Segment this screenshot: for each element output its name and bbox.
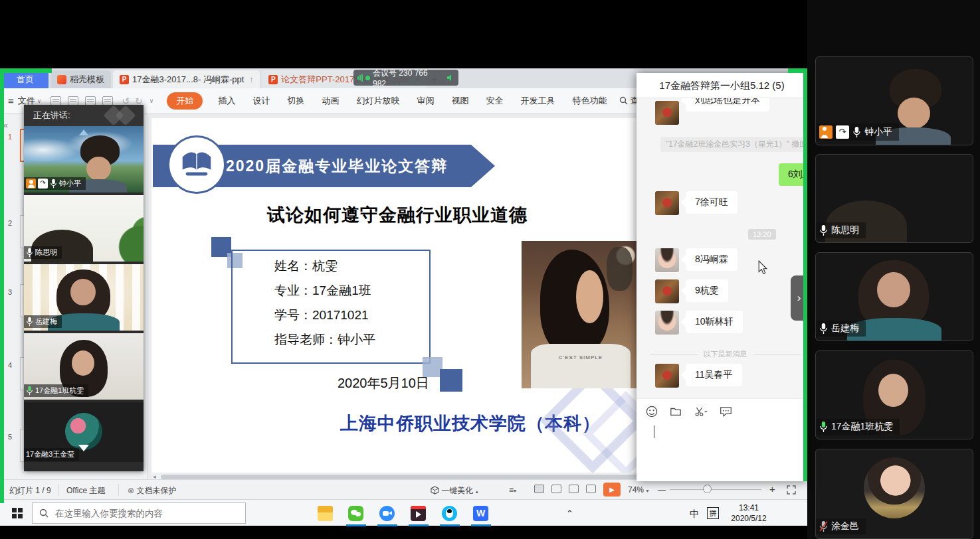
taskbar-search[interactable]: [32, 502, 246, 524]
ribbon-tab-view[interactable]: 视图: [442, 95, 477, 107]
person-art: [86, 157, 112, 181]
zoom-slider-track[interactable]: [670, 489, 761, 490]
video-tile-yuejianmei[interactable]: 岳建梅: [24, 264, 144, 331]
tab-templates[interactable]: 稻壳模板: [50, 70, 111, 88]
ribbon-tab-features[interactable]: 特色功能: [563, 95, 615, 107]
search-input[interactable]: [54, 508, 245, 519]
tray-expand-icon[interactable]: ⌃: [566, 508, 573, 518]
avatar[interactable]: [655, 279, 679, 303]
ribbon-tab-transition[interactable]: 切换: [278, 95, 313, 107]
ribbon-tab-slideshow[interactable]: 幻灯片放映: [347, 95, 408, 107]
chat-bubble[interactable]: 7徐可旺: [686, 191, 737, 214]
video-tile-hangwen[interactable]: 17金融1班杭雯: [815, 350, 973, 439]
zoom-level[interactable]: 74% ▾: [628, 485, 648, 495]
qq-icon[interactable]: [442, 506, 457, 521]
file-folder-icon[interactable]: [670, 406, 682, 418]
tab-pin-up-icon[interactable]: ↑: [249, 75, 253, 84]
wechat-group-window: 17金融答辩第一小组5.12 (5) 刘思瑶也是升本 "17金融2班涂金邑实习3…: [637, 73, 807, 481]
ribbon-tab-review[interactable]: 审阅: [408, 95, 442, 107]
photo-background-figure: [607, 247, 633, 291]
chat-bubble[interactable]: 刘思瑶也是升本: [686, 98, 769, 112]
ribbon-collapse-icon[interactable]: ∨: [149, 98, 154, 104]
slide-title[interactable]: 试论如何遵守金融行业职业道德: [151, 203, 643, 227]
tab-document-1[interactable]: P17金融3-2017...8- 冯峒霖-ppt↑: [113, 70, 260, 88]
zoom-slider-knob[interactable]: [703, 485, 712, 493]
video-tile-chensiming[interactable]: 陈思明: [815, 154, 973, 243]
chat-bubble[interactable]: 8冯峒霖: [686, 248, 737, 271]
chat-input-area[interactable]: [637, 398, 807, 481]
participant-video-sidebar: ↷ 钟小平 陈思明 岳建梅 1: [807, 0, 980, 539]
tab-home[interactable]: 首页: [2, 70, 49, 88]
export-icon[interactable]: [68, 96, 78, 106]
video-tile-chensiming[interactable]: 陈思明: [24, 195, 144, 262]
slide-date[interactable]: 2020年5月10日: [338, 374, 429, 392]
book-logo-icon[interactable]: [167, 135, 226, 194]
print-preview-icon[interactable]: [102, 96, 113, 106]
chat-message-list[interactable]: 刘思瑶也是升本 "17金融2班涂金邑实习3（星光1）" 撤回 6刘思 7徐可旺 …: [637, 98, 807, 398]
scroll-down-icon[interactable]: [78, 445, 89, 451]
avatar[interactable]: [655, 191, 679, 215]
chat-message-row: 9杭雯: [637, 279, 728, 303]
avatar[interactable]: [655, 101, 679, 125]
avatar[interactable]: [655, 248, 679, 272]
ime-mode-indicator[interactable]: 拼: [707, 507, 719, 519]
taskbar-clock[interactable]: 13:41 2020/5/12: [726, 502, 772, 524]
video-tile-wangjinying[interactable]: 17金融3王金莹: [24, 402, 144, 462]
chat-history-icon[interactable]: [720, 406, 732, 418]
ribbon-tab-design[interactable]: 设计: [244, 95, 278, 107]
meeting-id-bar[interactable]: 会议号 230 766 982: [353, 70, 458, 86]
video-tile-hangwen[interactable]: 17金融1班杭雯: [24, 333, 144, 400]
ribbon-tab-insert[interactable]: 插入: [209, 95, 244, 107]
participant-name-bar: ↷ 钟小平: [24, 177, 86, 190]
divider: [118, 484, 119, 496]
chat-bubble[interactable]: 11吴春平: [686, 364, 742, 386]
file-explorer-icon[interactable]: [318, 506, 333, 521]
save-icon[interactable]: [50, 96, 61, 106]
collapse-panel-icon[interactable]: «: [3, 121, 8, 130]
search-icon[interactable]: [619, 96, 628, 105]
beautify-button[interactable]: 一键美化 ▴: [431, 485, 478, 497]
ribbon-tab-animation[interactable]: 动画: [313, 95, 347, 107]
hamburger-menu-icon[interactable]: ≡: [8, 95, 14, 106]
note-toggle-icon[interactable]: ≡▾: [509, 485, 516, 495]
theme-label[interactable]: Office 主题: [66, 485, 105, 497]
file-menu-chevron-icon[interactable]: ∨: [37, 98, 42, 104]
wechat-icon[interactable]: [348, 506, 363, 521]
start-button[interactable]: [12, 508, 23, 518]
thumb-number-3: 3: [8, 288, 12, 296]
presenter-view-icon[interactable]: [586, 485, 596, 493]
chat-message-row: 10靳林轩: [637, 311, 743, 335]
fit-window-icon[interactable]: [787, 485, 796, 495]
protection-status[interactable]: ⊗ 文档未保护: [128, 485, 176, 497]
screenshot-scissors-icon[interactable]: [694, 406, 708, 418]
video-tile-zhongxiaoping[interactable]: ↷ 钟小平: [815, 56, 973, 145]
zoom-out-button[interactable]: —: [658, 485, 666, 495]
avatar[interactable]: [655, 311, 679, 335]
media-player-icon[interactable]: [411, 506, 426, 521]
wps-flame-icon: [57, 75, 66, 84]
video-tile-zhongxiaoping[interactable]: ↷ 钟小平: [24, 126, 144, 193]
video-tile-tujinyi[interactable]: 涂金邑: [815, 449, 973, 539]
video-tile-yuejianmei[interactable]: 岳建梅: [815, 252, 973, 341]
clock-time: 13:41: [726, 502, 772, 513]
slide-info-text[interactable]: 姓名：杭雯 专业：17金融1班 学号：20171021 指导老师：钟小平: [274, 254, 375, 352]
active-app-indicator: [346, 524, 366, 526]
slideshow-play-button[interactable]: ▶: [603, 483, 621, 497]
tencent-meeting-icon[interactable]: [379, 506, 395, 521]
ribbon-tab-start[interactable]: 开始: [167, 92, 203, 110]
ribbon-tab-security[interactable]: 安全: [477, 95, 512, 107]
slide-sorter-icon[interactable]: [551, 485, 561, 493]
print-icon[interactable]: [85, 96, 96, 106]
meeting-id-label: 会议号 230 766 982: [373, 68, 443, 88]
ribbon-tab-devtools[interactable]: 开发工具: [512, 95, 563, 107]
chat-bubble[interactable]: 10靳林轩: [686, 311, 743, 333]
emoji-icon[interactable]: [646, 406, 658, 418]
avatar[interactable]: [655, 364, 679, 388]
mic-icon: [26, 317, 33, 327]
normal-view-icon[interactable]: [534, 485, 544, 493]
chat-bubble[interactable]: 9杭雯: [686, 279, 728, 302]
zoom-in-button[interactable]: +: [769, 483, 775, 495]
reading-view-icon[interactable]: [569, 485, 579, 493]
wps-icon[interactable]: W: [473, 506, 488, 521]
ime-language-indicator[interactable]: 中: [690, 508, 699, 520]
